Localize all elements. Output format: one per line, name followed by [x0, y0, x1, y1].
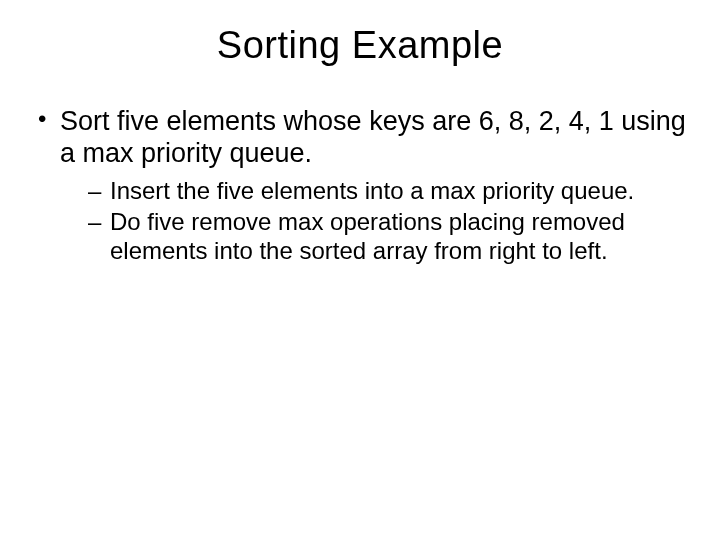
bullet-text: Do five remove max operations placing re… [110, 208, 625, 264]
bullet-list-level1: Sort five elements whose keys are 6, 8, … [34, 105, 686, 266]
list-item: Do five remove max operations placing re… [88, 207, 686, 266]
slide: Sorting Example Sort five elements whose… [0, 0, 720, 540]
bullet-list-level2: Insert the five elements into a max prio… [60, 176, 686, 266]
bullet-text: Sort five elements whose keys are 6, 8, … [60, 106, 686, 168]
slide-title: Sorting Example [0, 0, 720, 67]
list-item: Sort five elements whose keys are 6, 8, … [34, 105, 686, 266]
slide-body: Sort five elements whose keys are 6, 8, … [0, 67, 720, 266]
list-item: Insert the five elements into a max prio… [88, 176, 686, 205]
bullet-text: Insert the five elements into a max prio… [110, 177, 634, 204]
